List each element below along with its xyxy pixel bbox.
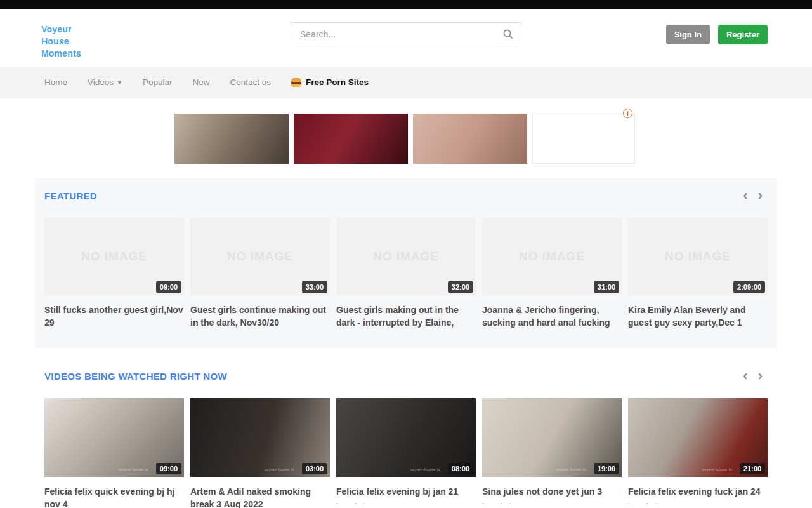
logo-line: Moments [41, 48, 81, 60]
video-thumbnail[interactable]: voyeur-house.tv 09:00 [44, 398, 184, 477]
section-header: FEATURED ‹ › [44, 190, 768, 201]
video-meta-clipped[interactable]: by admin [628, 501, 768, 504]
video-title[interactable]: Kira Emily Alan Beverly and guest guy se… [628, 304, 768, 329]
watched-cards: voyeur-house.tv 09:00 Felicia felix quic… [44, 398, 768, 508]
section-title-featured: FEATURED [44, 190, 97, 201]
nav-item-label: Free Porn Sites [306, 77, 369, 87]
video-card[interactable]: NO IMAGE 33:00 Guest girls continue maki… [190, 218, 330, 329]
page: Voyeur House Moments Sign In Register Ho… [0, 0, 812, 508]
carousel-prev-icon[interactable]: ‹ [743, 371, 747, 381]
nav-item-videos[interactable]: Videos ▼ [88, 77, 122, 87]
video-title[interactable]: Felicia felix evening fuck jan 24 [628, 485, 768, 498]
video-title[interactable]: Artem & Adil naked smoking break 3 Aug 2… [190, 485, 330, 508]
ad-info-icon[interactable]: i [623, 109, 632, 118]
thumbnail-watermark: voyeur-house.tv [265, 467, 294, 471]
featured-section: FEATURED ‹ › NO IMAGE 09:00 Still fucks … [35, 178, 777, 348]
nav-item-label: Videos [88, 77, 114, 87]
nav-item-popular[interactable]: Popular [143, 77, 173, 87]
no-image-placeholder: NO IMAGE [227, 250, 293, 264]
duration-badge: 32:00 [448, 281, 473, 293]
carousel-arrows: ‹ › [743, 190, 768, 201]
logo-line: House [41, 36, 81, 48]
register-button[interactable]: Register [718, 25, 768, 44]
video-meta-clipped[interactable]: by admin [336, 501, 476, 504]
video-thumbnail[interactable]: NO IMAGE 31:00 [482, 218, 622, 295]
nav-item-free-porn-sites[interactable]: Free Porn Sites [291, 77, 369, 87]
carousel-arrows: ‹ › [743, 371, 768, 381]
video-thumbnail[interactable]: NO IMAGE 32:00 [336, 218, 476, 295]
video-card[interactable]: voyeur-house.tv 19:00 Sina jules not don… [482, 398, 622, 508]
video-thumbnail[interactable]: voyeur-house.tv 21:00 [628, 398, 768, 477]
duration-badge: 21:00 [740, 463, 765, 474]
thumbnail-watermark: voyeur-house.tv [556, 467, 586, 471]
video-card[interactable]: NO IMAGE 2:09:00 Kira Emily Alan Beverly… [628, 218, 768, 329]
video-title[interactable]: Joanna & Jericho fingering, sucking and … [482, 304, 622, 329]
top-ad-strip [0, 0, 812, 9]
search-bar [291, 22, 521, 46]
duration-badge: 31:00 [594, 281, 619, 293]
duration-badge: 33:00 [302, 281, 327, 293]
video-card[interactable]: NO IMAGE 31:00 Joanna & Jericho fingerin… [482, 218, 622, 329]
video-title[interactable]: Felicia felix evening bj jan 21 [336, 485, 476, 498]
thumbnail-watermark: voyeur-house.tv [119, 467, 148, 471]
video-card[interactable]: voyeur-house.tv 08:00 Felicia felix even… [336, 398, 476, 508]
auth-buttons: Sign In Register [666, 25, 768, 44]
duration-badge: 2:09:00 [733, 281, 765, 293]
carousel-next-icon[interactable]: › [758, 190, 763, 201]
video-thumbnail[interactable]: NO IMAGE 09:00 [44, 218, 184, 295]
ad-thumbnail[interactable] [413, 114, 527, 164]
video-title[interactable]: Guest girls continue making out in the d… [190, 304, 330, 329]
search-button[interactable] [495, 29, 521, 39]
sign-in-button[interactable]: Sign In [666, 25, 710, 44]
no-image-placeholder: NO IMAGE [373, 250, 439, 264]
ad-empty-panel [532, 114, 635, 164]
logo-line: Voyeur [41, 23, 81, 36]
no-image-placeholder: NO IMAGE [665, 250, 731, 264]
thumbnail-watermark: voyeur-house.tv [702, 467, 732, 471]
video-title[interactable]: Guest girls making out in the dark - int… [336, 304, 476, 329]
thumbnail-watermark: voyeur-house.tv [410, 467, 440, 471]
burger-icon [291, 78, 301, 87]
no-image-placeholder: NO IMAGE [519, 250, 585, 264]
video-title[interactable]: Sina jules not done yet jun 3 [482, 485, 622, 498]
video-thumbnail[interactable]: NO IMAGE 33:00 [190, 218, 330, 295]
video-title[interactable]: Still fucks another guest girl,Nov 29 [44, 304, 184, 329]
ad-banner: i [174, 114, 635, 164]
video-meta-clipped[interactable]: by admin [482, 501, 622, 504]
section-title-watched-now: VIDEOS BEING WATCHED RIGHT NOW [44, 371, 227, 382]
header: Voyeur House Moments Sign In Register [0, 9, 812, 67]
video-title[interactable]: Felicia felix quick evening bj hj nov 4 [44, 485, 184, 508]
video-card[interactable]: voyeur-house.tv 03:00 Artem & Adil naked… [190, 398, 330, 508]
duration-badge: 19:00 [594, 463, 619, 474]
ad-thumbnail[interactable] [174, 114, 289, 164]
video-thumbnail[interactable]: voyeur-house.tv 08:00 [336, 398, 476, 477]
main-nav: Home Videos ▼ Popular New Contact us Fre… [0, 67, 812, 98]
video-card[interactable]: voyeur-house.tv 21:00 Felicia felix even… [628, 398, 768, 508]
duration-badge: 08:00 [448, 463, 473, 474]
nav-item-contact-us[interactable]: Contact us [230, 77, 272, 87]
duration-badge: 09:00 [156, 463, 181, 474]
no-image-placeholder: NO IMAGE [81, 250, 147, 264]
duration-badge: 03:00 [302, 463, 327, 474]
site-logo[interactable]: Voyeur House Moments [41, 23, 81, 60]
search-icon [503, 29, 513, 39]
ad-thumbnail[interactable] [294, 114, 408, 164]
carousel-next-icon[interactable]: › [758, 371, 763, 381]
nav-item-home[interactable]: Home [44, 77, 67, 87]
video-card[interactable]: voyeur-house.tv 09:00 Felicia felix quic… [44, 398, 184, 508]
duration-badge: 09:00 [156, 281, 181, 293]
search-input[interactable] [291, 29, 495, 39]
video-thumbnail[interactable]: voyeur-house.tv 03:00 [190, 398, 330, 477]
watched-section: VIDEOS BEING WATCHED RIGHT NOW ‹ › voyeu… [35, 370, 777, 508]
caret-down-icon: ▼ [117, 79, 122, 86]
video-thumbnail[interactable]: NO IMAGE 2:09:00 [628, 218, 768, 295]
featured-cards: NO IMAGE 09:00 Still fucks another guest… [44, 218, 768, 329]
nav-item-new[interactable]: New [193, 77, 210, 87]
video-thumbnail[interactable]: voyeur-house.tv 19:00 [482, 398, 622, 477]
video-card[interactable]: NO IMAGE 32:00 Guest girls making out in… [336, 218, 476, 329]
carousel-prev-icon[interactable]: ‹ [743, 190, 747, 201]
video-card[interactable]: NO IMAGE 09:00 Still fucks another guest… [44, 218, 184, 329]
section-header: VIDEOS BEING WATCHED RIGHT NOW ‹ › [44, 370, 768, 382]
